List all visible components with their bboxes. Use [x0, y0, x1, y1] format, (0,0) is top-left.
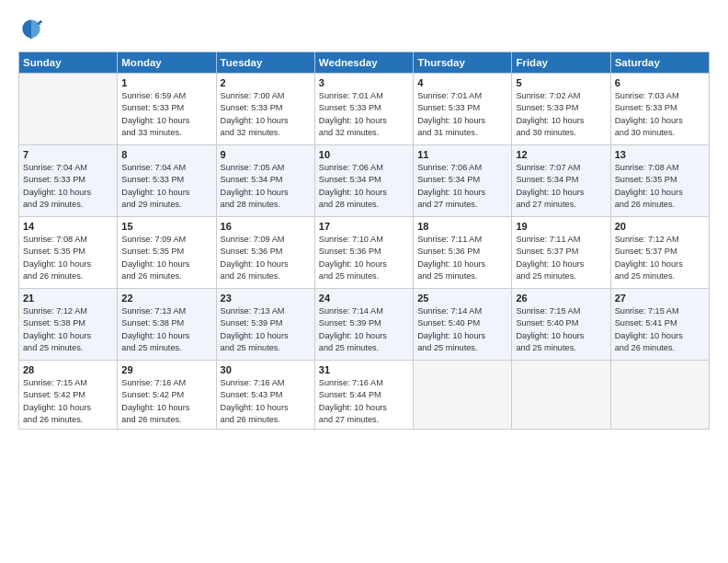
day-info: Sunrise: 7:01 AMSunset: 5:33 PMDaylight:… [319, 90, 409, 139]
day-cell: 22Sunrise: 7:13 AMSunset: 5:38 PMDayligh… [118, 289, 216, 361]
day-info: Sunrise: 7:00 AMSunset: 5:33 PMDaylight:… [221, 90, 311, 139]
day-cell: 2Sunrise: 7:00 AMSunset: 5:33 PMDaylight… [216, 74, 314, 145]
day-number: 11 [417, 149, 507, 160]
col-header-tuesday: Tuesday [216, 52, 314, 74]
day-cell: 6Sunrise: 7:03 AMSunset: 5:33 PMDaylight… [610, 74, 709, 145]
day-cell: 20Sunrise: 7:12 AMSunset: 5:37 PMDayligh… [610, 217, 709, 289]
day-cell: 27Sunrise: 7:15 AMSunset: 5:41 PMDayligh… [610, 289, 709, 361]
day-info: Sunrise: 7:15 AMSunset: 5:40 PMDaylight:… [516, 305, 606, 354]
svg-marker-2 [38, 20, 42, 24]
day-info: Sunrise: 7:03 AMSunset: 5:33 PMDaylight:… [615, 90, 705, 139]
day-cell: 24Sunrise: 7:14 AMSunset: 5:39 PMDayligh… [314, 289, 413, 361]
day-number: 10 [319, 149, 409, 160]
day-cell: 1Sunrise: 6:59 AMSunset: 5:33 PMDaylight… [118, 74, 216, 145]
day-info: Sunrise: 7:09 AMSunset: 5:36 PMDaylight:… [221, 234, 311, 282]
day-info: Sunrise: 7:12 AMSunset: 5:37 PMDaylight:… [615, 234, 705, 282]
day-info: Sunrise: 7:05 AMSunset: 5:34 PMDaylight:… [221, 162, 311, 211]
day-cell [19, 74, 118, 145]
col-header-monday: Monday [118, 52, 216, 74]
day-number: 12 [516, 149, 606, 160]
header-row: SundayMondayTuesdayWednesdayThursdayFrid… [19, 52, 710, 74]
day-cell [414, 361, 512, 430]
col-header-wednesday: Wednesday [314, 52, 413, 74]
day-cell: 14Sunrise: 7:08 AMSunset: 5:35 PMDayligh… [19, 217, 118, 289]
day-cell: 3Sunrise: 7:01 AMSunset: 5:33 PMDaylight… [314, 74, 413, 145]
day-number: 17 [319, 221, 409, 232]
day-number: 1 [121, 77, 211, 88]
day-info: Sunrise: 7:04 AMSunset: 5:33 PMDaylight:… [23, 162, 113, 211]
day-info: Sunrise: 7:06 AMSunset: 5:34 PMDaylight:… [319, 162, 409, 211]
day-cell: 15Sunrise: 7:09 AMSunset: 5:35 PMDayligh… [118, 217, 216, 289]
week-row-2: 7Sunrise: 7:04 AMSunset: 5:33 PMDaylight… [19, 145, 710, 217]
day-cell [512, 361, 610, 430]
day-number: 2 [221, 77, 311, 88]
day-number: 25 [417, 293, 507, 304]
day-number: 26 [516, 293, 606, 304]
day-number: 30 [221, 364, 311, 375]
day-cell: 8Sunrise: 7:04 AMSunset: 5:33 PMDaylight… [118, 145, 216, 217]
day-info: Sunrise: 7:16 AMSunset: 5:43 PMDaylight:… [221, 377, 311, 426]
day-info: Sunrise: 7:10 AMSunset: 5:36 PMDaylight:… [319, 234, 409, 282]
day-cell: 11Sunrise: 7:06 AMSunset: 5:34 PMDayligh… [414, 145, 512, 217]
day-info: Sunrise: 7:08 AMSunset: 5:35 PMDaylight:… [23, 234, 113, 282]
day-cell: 29Sunrise: 7:16 AMSunset: 5:42 PMDayligh… [118, 361, 216, 430]
day-number: 20 [615, 221, 705, 232]
day-number: 7 [23, 149, 113, 160]
day-number: 22 [121, 293, 211, 304]
header [18, 17, 710, 42]
day-cell: 21Sunrise: 7:12 AMSunset: 5:38 PMDayligh… [19, 289, 118, 361]
day-number: 19 [516, 221, 606, 232]
day-cell: 12Sunrise: 7:07 AMSunset: 5:34 PMDayligh… [512, 145, 610, 217]
day-cell: 9Sunrise: 7:05 AMSunset: 5:34 PMDaylight… [216, 145, 314, 217]
day-cell [610, 361, 709, 430]
page: SundayMondayTuesdayWednesdayThursdayFrid… [0, 0, 728, 563]
day-info: Sunrise: 7:13 AMSunset: 5:39 PMDaylight:… [221, 305, 311, 354]
day-number: 18 [417, 221, 507, 232]
day-number: 13 [615, 149, 705, 160]
day-number: 6 [615, 77, 705, 88]
day-number: 21 [23, 293, 113, 304]
day-info: Sunrise: 7:14 AMSunset: 5:40 PMDaylight:… [417, 305, 507, 354]
col-header-saturday: Saturday [610, 52, 709, 74]
day-number: 28 [23, 364, 113, 375]
day-info: Sunrise: 7:02 AMSunset: 5:33 PMDaylight:… [516, 90, 606, 139]
day-info: Sunrise: 7:11 AMSunset: 5:37 PMDaylight:… [516, 234, 606, 282]
day-info: Sunrise: 6:59 AMSunset: 5:33 PMDaylight:… [121, 90, 211, 139]
week-row-4: 21Sunrise: 7:12 AMSunset: 5:38 PMDayligh… [19, 289, 710, 361]
day-number: 24 [319, 293, 409, 304]
logo-icon [18, 17, 44, 42]
day-info: Sunrise: 7:04 AMSunset: 5:33 PMDaylight:… [121, 162, 211, 211]
day-info: Sunrise: 7:16 AMSunset: 5:44 PMDaylight:… [319, 377, 409, 426]
day-cell: 26Sunrise: 7:15 AMSunset: 5:40 PMDayligh… [512, 289, 610, 361]
calendar-table: SundayMondayTuesdayWednesdayThursdayFrid… [18, 52, 710, 430]
col-header-friday: Friday [512, 52, 610, 74]
day-info: Sunrise: 7:16 AMSunset: 5:42 PMDaylight:… [121, 377, 211, 426]
day-cell: 10Sunrise: 7:06 AMSunset: 5:34 PMDayligh… [314, 145, 413, 217]
day-cell: 30Sunrise: 7:16 AMSunset: 5:43 PMDayligh… [216, 361, 314, 430]
day-number: 9 [221, 149, 311, 160]
day-number: 27 [615, 293, 705, 304]
week-row-1: 1Sunrise: 6:59 AMSunset: 5:33 PMDaylight… [19, 74, 710, 145]
day-number: 29 [121, 364, 211, 375]
day-cell: 16Sunrise: 7:09 AMSunset: 5:36 PMDayligh… [216, 217, 314, 289]
day-info: Sunrise: 7:12 AMSunset: 5:38 PMDaylight:… [23, 305, 113, 354]
day-info: Sunrise: 7:15 AMSunset: 5:42 PMDaylight:… [23, 377, 113, 426]
day-info: Sunrise: 7:01 AMSunset: 5:33 PMDaylight:… [417, 90, 507, 139]
col-header-thursday: Thursday [414, 52, 512, 74]
day-info: Sunrise: 7:11 AMSunset: 5:36 PMDaylight:… [417, 234, 507, 282]
day-info: Sunrise: 7:15 AMSunset: 5:41 PMDaylight:… [615, 305, 705, 354]
day-cell: 23Sunrise: 7:13 AMSunset: 5:39 PMDayligh… [216, 289, 314, 361]
day-info: Sunrise: 7:13 AMSunset: 5:38 PMDaylight:… [121, 305, 211, 354]
logo [18, 17, 50, 42]
day-cell: 19Sunrise: 7:11 AMSunset: 5:37 PMDayligh… [512, 217, 610, 289]
day-number: 8 [121, 149, 211, 160]
day-cell: 31Sunrise: 7:16 AMSunset: 5:44 PMDayligh… [314, 361, 413, 430]
day-cell: 18Sunrise: 7:11 AMSunset: 5:36 PMDayligh… [414, 217, 512, 289]
day-number: 4 [417, 77, 507, 88]
day-number: 5 [516, 77, 606, 88]
day-number: 16 [221, 221, 311, 232]
day-cell: 13Sunrise: 7:08 AMSunset: 5:35 PMDayligh… [610, 145, 709, 217]
day-info: Sunrise: 7:14 AMSunset: 5:39 PMDaylight:… [319, 305, 409, 354]
day-cell: 28Sunrise: 7:15 AMSunset: 5:42 PMDayligh… [19, 361, 118, 430]
day-info: Sunrise: 7:08 AMSunset: 5:35 PMDaylight:… [615, 162, 705, 211]
